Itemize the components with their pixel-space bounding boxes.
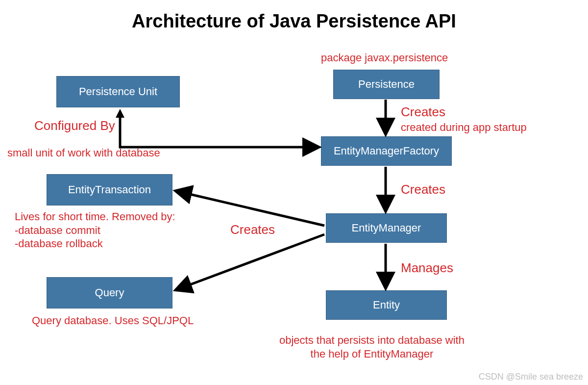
ann-manages: Manages <box>401 260 453 276</box>
box-entity-transaction: EntityTransaction <box>47 174 172 205</box>
svg-marker-4 <box>116 109 124 118</box>
box-persistence: Persistence <box>333 70 440 99</box>
ann-small-unit: small unit of work with database <box>7 146 160 160</box>
svg-line-7 <box>177 234 324 289</box>
ann-query-desc: Query database. Uses SQL/JPQL <box>32 314 194 328</box>
ann-creates-2: Creates <box>401 181 445 198</box>
ann-lives-short: Lives for short time. Removed by: -datab… <box>15 210 175 251</box>
svg-line-6 <box>177 191 324 226</box>
box-entity: Entity <box>326 290 447 320</box>
ann-creates-1: Creates <box>401 104 445 120</box>
ann-entity-desc: objects that persists into database with… <box>279 334 465 360</box>
box-query: Query <box>47 277 172 308</box>
ann-configured-by: Configured By <box>34 118 115 134</box>
watermark: CSDN @Smile sea breeze <box>479 372 583 382</box>
diagram-title: Architecture of Java Persistence API <box>0 11 588 32</box>
ann-package: package javax.persistence <box>321 51 448 65</box>
ann-created-during: created during app startup <box>401 121 527 134</box>
ann-creates-3: Creates <box>230 222 275 238</box>
box-entity-manager-factory: EntityManagerFactory <box>321 136 452 166</box>
box-persistence-unit: Persistence Unit <box>56 76 180 107</box>
box-entity-manager: EntityManager <box>326 213 447 243</box>
